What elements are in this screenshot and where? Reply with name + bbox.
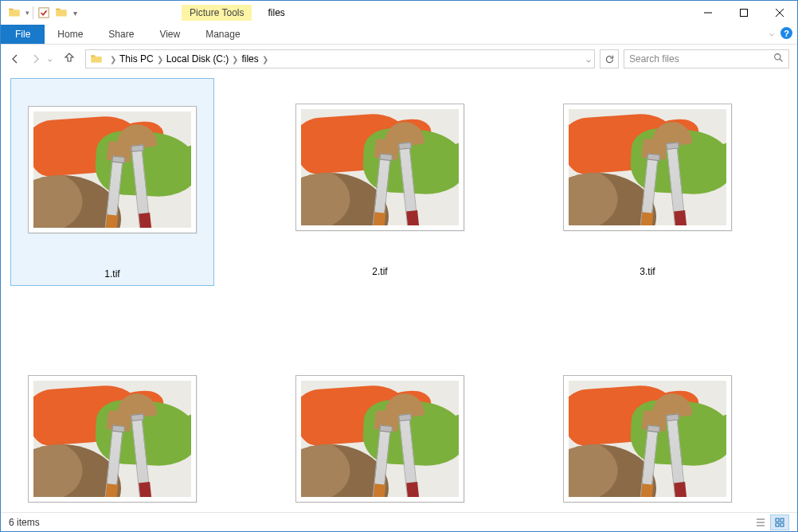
properties-checkbox-icon[interactable] [35,4,53,22]
location-folder-icon [89,52,104,66]
help-icon[interactable]: ? [780,27,792,39]
thumbnail [295,375,464,503]
chevron-right-icon[interactable]: ❯ [110,55,116,64]
thumbnail [563,104,732,231]
file-list[interactable]: 1.tif 2.tif [1,73,797,512]
explorer-window: ▾ ▾ Picture Tools files [0,0,798,532]
svg-point-5 [775,54,780,60]
quick-access-toolbar: ▾ ▾ [1,4,80,22]
qat-divider [33,6,33,19]
thumbnail [28,106,197,233]
ribbon-right-controls: ⌵ ? [769,27,792,39]
tab-view[interactable]: View [147,25,193,44]
back-button[interactable] [9,53,22,65]
item-count-label: 6 items [9,517,40,528]
new-folder-icon[interactable] [53,4,70,22]
maximize-button[interactable] [726,1,761,24]
up-button[interactable] [63,51,76,67]
picture-tools-tab-label: Picture Tools [182,5,252,21]
paint-brushes-icon [33,381,191,497]
paint-brushes-icon [33,111,191,228]
paint-brushes-icon [301,109,459,225]
nav-arrows: ⌵ [9,51,76,67]
search-input[interactable]: Search files [624,49,789,68]
file-name-label: 3.tif [640,266,655,277]
svg-rect-8 [776,518,779,522]
chevron-right-icon[interactable]: ❯ [262,55,268,64]
file-item[interactable]: 1.tif [10,78,214,286]
contextual-tab-group: Picture Tools [182,5,252,21]
breadcrumb[interactable]: Local Disk (C:) [166,53,229,65]
svg-rect-2 [740,9,747,16]
qat-customize-icon[interactable]: ▾ [70,4,80,22]
thumbnail [563,375,732,503]
file-name-label: 2.tif [372,266,387,277]
paint-brushes-icon [301,381,459,497]
svg-line-6 [780,59,782,61]
file-item[interactable]: 6.tif [546,350,749,512]
tab-file[interactable]: File [1,25,45,44]
paint-brushes-icon [569,381,726,497]
svg-rect-9 [780,518,784,522]
breadcrumb[interactable]: files [241,53,258,65]
forward-button[interactable] [29,53,42,65]
history-dropdown-icon[interactable]: ⌵ [48,55,52,63]
status-bar: 6 items [1,512,797,531]
file-item[interactable]: 2.tif [278,78,482,286]
close-button[interactable] [761,1,797,24]
folder-icon [6,4,23,22]
thumbnail [295,104,464,231]
view-toggle-group [751,514,789,530]
svg-rect-10 [776,523,779,526]
app-dropdown-icon[interactable]: ▾ [23,4,31,22]
search-placeholder: Search files [629,53,679,65]
chevron-right-icon[interactable]: ❯ [157,55,163,64]
svg-rect-0 [39,8,49,18]
window-controls [690,1,797,24]
file-item[interactable]: 4.tif [10,350,214,512]
window-title: files [268,7,284,18]
title-bar: ▾ ▾ Picture Tools files [1,1,797,25]
file-item[interactable]: 3.tif [546,78,749,286]
tab-home[interactable]: Home [45,25,96,44]
search-icon [773,53,784,65]
ribbon-expand-icon[interactable]: ⌵ [769,29,774,37]
tab-manage[interactable]: Manage [193,25,252,44]
address-bar-right: ⌵ [586,55,591,64]
paint-brushes-icon [569,109,726,225]
details-view-button[interactable] [751,514,770,530]
breadcrumb[interactable]: This PC [119,53,154,65]
ribbon-tabs: File Home Share View Manage ⌵ ? [1,25,797,45]
tab-share[interactable]: Share [96,25,147,44]
address-dropdown-icon[interactable]: ⌵ [586,55,591,64]
address-bar[interactable]: ❯ This PC ❯ Local Disk (C:) ❯ files ❯ ⌵ [85,49,595,68]
navigation-bar: ⌵ ❯ This PC ❯ Local Disk (C:) ❯ files ❯ … [1,45,797,73]
thumbnail [28,375,197,503]
refresh-button[interactable] [600,49,619,68]
svg-rect-11 [780,523,784,526]
file-item[interactable]: 5.tif [278,350,482,512]
chevron-right-icon[interactable]: ❯ [232,55,238,64]
minimize-button[interactable] [690,1,726,24]
file-name-label: 1.tif [104,268,119,280]
thumbnails-view-button[interactable] [770,514,789,530]
